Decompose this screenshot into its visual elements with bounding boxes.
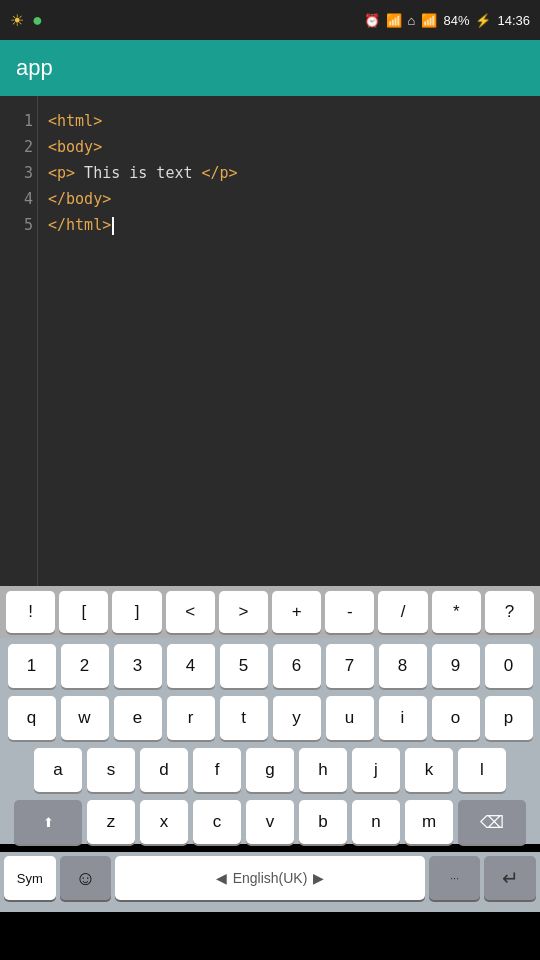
key-b[interactable]: b: [299, 800, 347, 844]
status-bar: ☀ ● ⏰ 📶 ⌂ 📶 84% ⚡ 14:36: [0, 0, 540, 40]
key-m[interactable]: m: [405, 800, 453, 844]
key-4[interactable]: 4: [167, 644, 215, 688]
status-left-icons: ☀ ●: [10, 10, 43, 31]
key-3[interactable]: 3: [114, 644, 162, 688]
key-1[interactable]: 1: [8, 644, 56, 688]
whatsapp-icon: ●: [32, 10, 43, 31]
key-r[interactable]: r: [167, 696, 215, 740]
key-u[interactable]: u: [326, 696, 374, 740]
key-c[interactable]: c: [193, 800, 241, 844]
line-number-5: 5: [24, 212, 33, 238]
home-icon: ⌂: [408, 13, 416, 28]
special-keys-row: ! [ ] < > + - / * ?: [0, 586, 540, 638]
emoji-key[interactable]: ☺: [60, 856, 112, 900]
key-0[interactable]: 0: [485, 644, 533, 688]
key-minus[interactable]: -: [325, 591, 374, 633]
status-right-icons: ⏰ 📶 ⌂ 📶 84% ⚡ 14:36: [364, 13, 530, 28]
asdf-row: a s d f g h j k l: [3, 748, 537, 792]
key-n[interactable]: n: [352, 800, 400, 844]
key-w[interactable]: w: [61, 696, 109, 740]
app-bar: app: [0, 40, 540, 96]
key-slash[interactable]: /: [378, 591, 427, 633]
key-asterisk[interactable]: *: [432, 591, 481, 633]
tag-html-close: </html>: [48, 216, 111, 234]
qwerty-row: q w e r t y u i o p: [3, 696, 537, 740]
sym-key[interactable]: Sym: [4, 856, 56, 900]
key-question[interactable]: ?: [485, 591, 534, 633]
key-k[interactable]: k: [405, 748, 453, 792]
key-9[interactable]: 9: [432, 644, 480, 688]
key-5[interactable]: 5: [220, 644, 268, 688]
editor-area[interactable]: 1 2 3 4 5 <html> <body> <p> This is text…: [0, 96, 540, 586]
key-2[interactable]: 2: [61, 644, 109, 688]
space-label: English(UK): [233, 870, 308, 886]
key-6[interactable]: 6: [273, 644, 321, 688]
tag-body-close: </body>: [48, 190, 111, 208]
key-7[interactable]: 7: [326, 644, 374, 688]
tag-p-open: <p>: [48, 164, 75, 182]
bottom-keyboard-row: Sym ☺ ◀ English(UK) ▶ ··· ↵: [0, 852, 540, 912]
battery-percent: 84%: [443, 13, 469, 28]
sun-icon: ☀: [10, 11, 24, 30]
space-prev-icon: ◀: [216, 870, 227, 886]
tag-html-open: <html>: [48, 112, 102, 130]
keyboard: 1 2 3 4 5 6 7 8 9 0 q w e r t y u i o p …: [0, 638, 540, 844]
key-o[interactable]: o: [432, 696, 480, 740]
key-exclamation[interactable]: !: [6, 591, 55, 633]
key-j[interactable]: j: [352, 748, 400, 792]
line-number-1: 1: [24, 108, 33, 134]
app-title: app: [16, 55, 53, 81]
code-line-4: </body>: [48, 186, 530, 212]
key-i[interactable]: i: [379, 696, 427, 740]
key-8[interactable]: 8: [379, 644, 427, 688]
code-line-1: <html>: [48, 108, 530, 134]
key-l[interactable]: l: [458, 748, 506, 792]
key-plus[interactable]: +: [272, 591, 321, 633]
tag-body-open: <body>: [48, 138, 102, 156]
key-p[interactable]: p: [485, 696, 533, 740]
key-q[interactable]: q: [8, 696, 56, 740]
key-a[interactable]: a: [34, 748, 82, 792]
dot-key[interactable]: ···: [429, 856, 481, 900]
key-v[interactable]: v: [246, 800, 294, 844]
alarm-icon: ⏰: [364, 13, 380, 28]
key-greater-than[interactable]: >: [219, 591, 268, 633]
line-numbers: 1 2 3 4 5: [0, 96, 38, 586]
key-x[interactable]: x: [140, 800, 188, 844]
key-d[interactable]: d: [140, 748, 188, 792]
key-h[interactable]: h: [299, 748, 347, 792]
code-line-5: </html>: [48, 212, 530, 238]
key-z[interactable]: z: [87, 800, 135, 844]
zxcv-row: ⬆ z x c v b n m ⌫: [3, 800, 537, 844]
p-text: This is text: [75, 164, 201, 182]
key-bracket-open[interactable]: [: [59, 591, 108, 633]
key-e[interactable]: e: [114, 696, 162, 740]
key-s[interactable]: s: [87, 748, 135, 792]
space-next-icon: ▶: [313, 870, 324, 886]
wifi-icon: 📶: [386, 13, 402, 28]
text-cursor: [112, 217, 114, 235]
enter-key[interactable]: ↵: [484, 856, 536, 900]
number-row: 1 2 3 4 5 6 7 8 9 0: [3, 644, 537, 688]
key-g[interactable]: g: [246, 748, 294, 792]
signal-icon: 📶: [421, 13, 437, 28]
line-number-4: 4: [24, 186, 33, 212]
code-line-3: <p> This is text </p>: [48, 160, 530, 186]
time-display: 14:36: [497, 13, 530, 28]
charging-icon: ⚡: [475, 13, 491, 28]
key-less-than[interactable]: <: [166, 591, 215, 633]
key-bracket-close[interactable]: ]: [112, 591, 161, 633]
key-y[interactable]: y: [273, 696, 321, 740]
key-f[interactable]: f: [193, 748, 241, 792]
backspace-key[interactable]: ⌫: [458, 800, 526, 844]
line-number-3: 3: [24, 160, 33, 186]
space-key[interactable]: ◀ English(UK) ▶: [115, 856, 425, 900]
line-number-2: 2: [24, 134, 33, 160]
code-content[interactable]: <html> <body> <p> This is text </p> </bo…: [38, 96, 540, 586]
code-line-2: <body>: [48, 134, 530, 160]
tag-p-close: </p>: [202, 164, 238, 182]
key-t[interactable]: t: [220, 696, 268, 740]
shift-key[interactable]: ⬆: [14, 800, 82, 844]
